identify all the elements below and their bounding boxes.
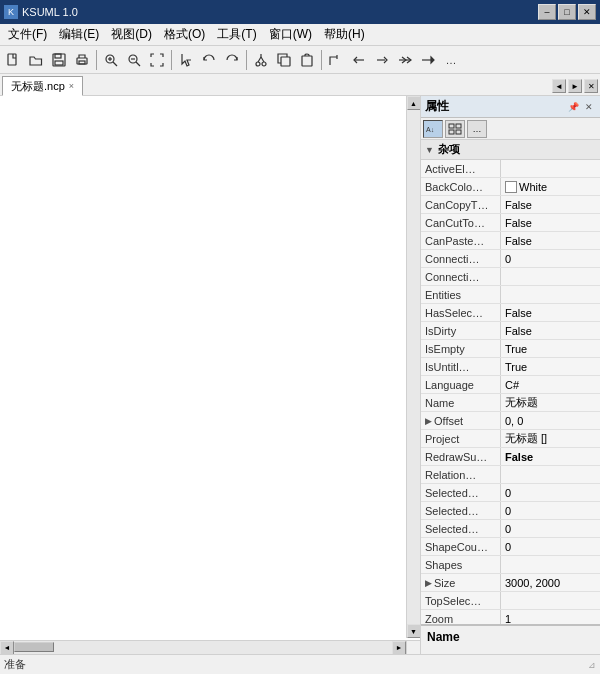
bend-tool-button[interactable] [325, 49, 347, 71]
props-row-connecti1[interactable]: Connecti… [421, 268, 600, 286]
props-row-isuntitl[interactable]: IsUntitl… True [421, 358, 600, 376]
cut-button[interactable] [250, 49, 272, 71]
maximize-button[interactable]: □ [558, 4, 576, 20]
props-row-backcolor[interactable]: BackColo… White [421, 178, 600, 196]
menu-tools[interactable]: 工具(T) [211, 24, 262, 45]
canvas-area[interactable]: ▲ ▼ ◄ ► [0, 96, 420, 654]
props-value-hasselec: False [501, 304, 600, 321]
line3-button[interactable] [394, 49, 416, 71]
scroll-left-button[interactable]: ◄ [0, 641, 14, 655]
props-sort-az-button[interactable]: A↓ [423, 120, 443, 138]
props-name-isdirty: IsDirty [421, 322, 501, 339]
props-name-name: Name [421, 394, 501, 411]
props-value-canpaste: False [501, 232, 600, 249]
copy-button[interactable] [273, 49, 295, 71]
scroll-down-button[interactable]: ▼ [407, 624, 421, 638]
line1-button[interactable] [348, 49, 370, 71]
toolbar-sep-1 [96, 50, 97, 70]
props-row-shapes[interactable]: Shapes [421, 556, 600, 574]
menu-file[interactable]: 文件(F) [2, 24, 53, 45]
line2-button[interactable] [371, 49, 393, 71]
props-value-cancopy: False [501, 196, 600, 213]
svg-line-15 [258, 57, 261, 62]
more-tools-button[interactable]: … [440, 49, 462, 71]
tab-prev-button[interactable]: ◄ [552, 79, 566, 93]
save-button[interactable] [48, 49, 70, 71]
open-button[interactable] [25, 49, 47, 71]
props-row-entities[interactable]: Entities [421, 286, 600, 304]
scroll-right-button[interactable]: ► [392, 641, 406, 655]
line4-button[interactable] [417, 49, 439, 71]
props-row-canpaste[interactable]: CanPaste… False [421, 232, 600, 250]
new-button[interactable] [2, 49, 24, 71]
props-row-language[interactable]: Language C# [421, 376, 600, 394]
svg-rect-19 [302, 56, 312, 66]
props-extra-button[interactable]: … [467, 120, 487, 138]
props-row-name[interactable]: Name 无标题 [421, 394, 600, 412]
undo-button[interactable] [198, 49, 220, 71]
props-category-button[interactable] [445, 120, 465, 138]
tab-next-button[interactable]: ► [568, 79, 582, 93]
menu-bar: 文件(F) 编辑(E) 视图(D) 格式(O) 工具(T) 窗口(W) 帮助(H… [0, 24, 600, 46]
props-value-relation [501, 466, 600, 483]
toolbar-sep-4 [321, 50, 322, 70]
menu-view[interactable]: 视图(D) [105, 24, 158, 45]
props-row-size[interactable]: ▶ Size 3000, 2000 [421, 574, 600, 592]
props-name-shapes: Shapes [421, 556, 501, 573]
scroll-track-horizontal[interactable] [14, 641, 392, 654]
props-row-project[interactable]: Project 无标题 [] [421, 430, 600, 448]
scroll-thumb-horizontal[interactable] [14, 642, 54, 652]
props-row-cancopy[interactable]: CanCopyT… False [421, 196, 600, 214]
props-value-activeel [501, 160, 600, 177]
zoom-in-button[interactable] [100, 49, 122, 71]
props-row-redrawsu[interactable]: RedrawSu… False [421, 448, 600, 466]
props-row-selected0[interactable]: Selected… 0 [421, 484, 600, 502]
props-row-isdirty[interactable]: IsDirty False [421, 322, 600, 340]
print-button[interactable] [71, 49, 93, 71]
resize-grip-icon[interactable]: ⊿ [588, 660, 596, 670]
svg-line-16 [261, 57, 264, 62]
paste-button[interactable] [296, 49, 318, 71]
props-name-hasselec: HasSelec… [421, 304, 501, 321]
props-row-relation[interactable]: Relation… [421, 466, 600, 484]
close-button[interactable]: ✕ [578, 4, 596, 20]
tab-close-all-button[interactable]: ✕ [584, 79, 598, 93]
props-row-topselec[interactable]: TopSelec… [421, 592, 600, 610]
zoom-fit-button[interactable] [146, 49, 168, 71]
scrollbar-corner [406, 640, 420, 654]
toolbar-sep-3 [246, 50, 247, 70]
menu-format[interactable]: 格式(O) [158, 24, 211, 45]
scroll-track-vertical[interactable] [407, 110, 420, 624]
redo-button[interactable] [221, 49, 243, 71]
props-row-selected2[interactable]: Selected… 0 [421, 520, 600, 538]
menu-edit[interactable]: 编辑(E) [53, 24, 105, 45]
properties-pin-button[interactable]: 📌 [566, 100, 580, 114]
props-name-backcolor: BackColo… [421, 178, 501, 195]
properties-close-button[interactable]: ✕ [582, 100, 596, 114]
props-name-redrawsu: RedrawSu… [421, 448, 501, 465]
props-row-activeel[interactable]: ActiveEl… [421, 160, 600, 178]
props-row-connecti0[interactable]: Connecti… 0 [421, 250, 600, 268]
minimize-button[interactable]: – [538, 4, 556, 20]
props-value-size: 3000, 2000 [501, 574, 600, 591]
horizontal-scrollbar[interactable]: ◄ ► [0, 640, 406, 654]
tab-label: 无标题.ncp [11, 79, 65, 94]
props-row-hasselec[interactable]: HasSelec… False [421, 304, 600, 322]
props-row-isempty[interactable]: IsEmpty True [421, 340, 600, 358]
select-button[interactable] [175, 49, 197, 71]
props-name-language: Language [421, 376, 501, 393]
zoom-out-button[interactable] [123, 49, 145, 71]
scroll-up-button[interactable]: ▲ [407, 96, 421, 110]
main-tab[interactable]: 无标题.ncp × [2, 76, 83, 96]
props-row-cancut[interactable]: CanCutTo… False [421, 214, 600, 232]
props-row-zoom[interactable]: Zoom 1 [421, 610, 600, 624]
props-row-offset[interactable]: ▶ Offset 0, 0 [421, 412, 600, 430]
props-name-shapecou: ShapeCou… [421, 538, 501, 555]
menu-window[interactable]: 窗口(W) [263, 24, 318, 45]
vertical-scrollbar[interactable]: ▲ ▼ [406, 96, 420, 638]
menu-help[interactable]: 帮助(H) [318, 24, 371, 45]
tab-close-button[interactable]: × [69, 81, 74, 91]
props-row-shapecou[interactable]: ShapeCou… 0 [421, 538, 600, 556]
props-row-selected1[interactable]: Selected… 0 [421, 502, 600, 520]
svg-rect-29 [449, 130, 454, 134]
